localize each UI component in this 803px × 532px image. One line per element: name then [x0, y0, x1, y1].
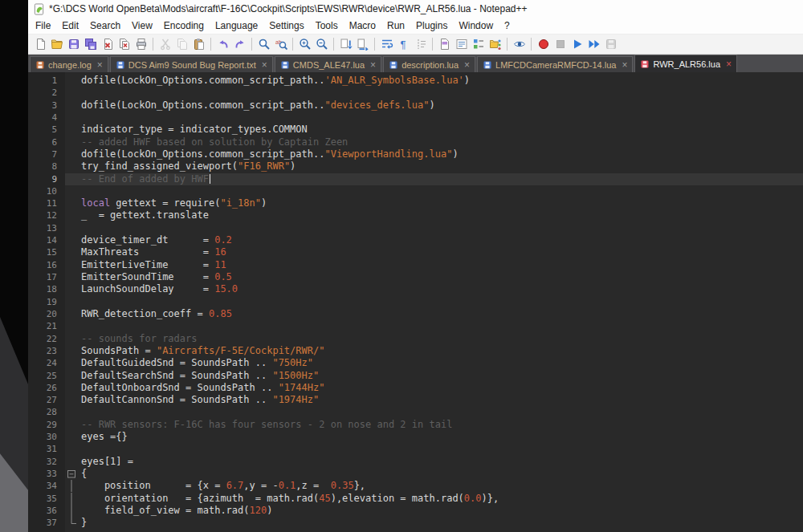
- menu-item-view[interactable]: View: [126, 18, 158, 33]
- doc-map-icon[interactable]: [437, 37, 452, 52]
- line-number[interactable]: 29: [28, 419, 65, 431]
- code-text[interactable]: local gettext = require("i_18n"): [78, 197, 803, 209]
- line-number[interactable]: 18: [28, 283, 65, 295]
- line-number[interactable]: 4: [28, 112, 65, 124]
- zoom-out-icon[interactable]: [314, 37, 329, 52]
- close-icon[interactable]: [100, 37, 115, 52]
- code-text[interactable]: dofile(LockOn_Options.common_script_path…: [78, 75, 803, 87]
- code-text[interactable]: position = {x = 6.7,y = -0.1,z = 0.35},: [78, 480, 803, 492]
- print-icon[interactable]: [133, 37, 149, 52]
- tab-dcs-aim9-sound-bug-report-txt[interactable]: DCS Aim9 Sound Bug Report.txt×: [110, 56, 273, 72]
- line-number[interactable]: 33: [28, 468, 65, 480]
- menu-item-edit[interactable]: Edit: [56, 18, 84, 33]
- line-number[interactable]: 11: [28, 197, 65, 209]
- title-bar[interactable]: *G:\DCS World OpenBeta\Mods\aircraft\F-1…: [28, 0, 803, 18]
- code-text[interactable]: orientation = {azimuth = math.rad(45),el…: [78, 493, 803, 505]
- play-macro-icon[interactable]: [569, 37, 585, 52]
- code-text[interactable]: EmitterLiveTime = 11: [78, 259, 803, 271]
- tab-lmfcdcamerarmfcd-14-lua[interactable]: LMFCDCameraRMFCD-14.lua×: [477, 56, 633, 72]
- line-number[interactable]: 8: [28, 160, 65, 173]
- code-text[interactable]: DefaultOnboardSnd = SoundsPath .. "1744H…: [78, 382, 803, 394]
- code-text[interactable]: dofile(LockOn_Options.common_script_path…: [78, 99, 803, 112]
- code-text[interactable]: {: [78, 468, 803, 480]
- line-number[interactable]: 21: [28, 320, 65, 332]
- code-text[interactable]: -- sounds for radars: [78, 333, 803, 345]
- code-text[interactable]: RWR_detection_coeff = 0.85: [78, 308, 803, 320]
- find-icon[interactable]: [256, 37, 271, 52]
- line-number[interactable]: 32: [28, 456, 65, 468]
- line-number[interactable]: 5: [28, 124, 65, 136]
- code-text[interactable]: indicator_type = indicator_types.COMMON: [78, 124, 803, 136]
- menu-item-tools[interactable]: Tools: [310, 18, 344, 33]
- code-text[interactable]: [78, 443, 803, 455]
- sync-scroll-h-icon[interactable]: [355, 37, 370, 52]
- code-text[interactable]: try_find_assigned_viewport("F16_RWR"): [78, 160, 803, 173]
- code-editor[interactable]: 1dofile(LockOn_Options.common_script_pat…: [28, 72, 803, 532]
- code-text[interactable]: EmitterSoundTime = 0.5: [78, 271, 803, 283]
- menu-item-file[interactable]: File: [30, 18, 56, 33]
- save-icon[interactable]: [66, 37, 81, 52]
- cut-icon[interactable]: [157, 37, 173, 52]
- line-number[interactable]: 2: [28, 87, 65, 99]
- line-number[interactable]: 12: [28, 209, 65, 221]
- menu-item-search[interactable]: Search: [84, 18, 126, 33]
- word-wrap-icon[interactable]: [379, 37, 394, 52]
- monitoring-icon[interactable]: [512, 37, 527, 52]
- code-text[interactable]: }: [78, 517, 803, 529]
- code-text[interactable]: [78, 87, 803, 99]
- line-number[interactable]: 23: [28, 345, 65, 357]
- menu-item-run[interactable]: Run: [381, 18, 410, 33]
- close-all-icon[interactable]: [116, 37, 132, 52]
- zoom-in-icon[interactable]: [297, 37, 312, 52]
- code-text[interactable]: [78, 296, 803, 308]
- new-file-icon[interactable]: [32, 37, 47, 52]
- paste-icon[interactable]: [191, 37, 206, 52]
- line-number[interactable]: 20: [28, 308, 65, 320]
- code-text[interactable]: MaxThreats = 16: [78, 246, 803, 258]
- code-text[interactable]: DefaultGuidedSnd = SoundsPath .. "750Hz": [78, 357, 803, 369]
- tab-description-lua[interactable]: description.lua×: [383, 56, 475, 72]
- code-text[interactable]: _ = gettext.translate: [78, 209, 803, 221]
- line-number[interactable]: 6: [28, 136, 65, 148]
- line-number[interactable]: 37: [28, 517, 65, 529]
- line-number[interactable]: 17: [28, 271, 65, 283]
- line-number[interactable]: 1: [28, 75, 65, 87]
- code-text[interactable]: [78, 320, 803, 332]
- code-text[interactable]: device_timer_dt = 0.2: [78, 234, 803, 246]
- record-macro-icon[interactable]: [536, 37, 551, 52]
- tab-close-icon[interactable]: ×: [726, 60, 732, 68]
- code-text[interactable]: [78, 406, 803, 418]
- line-number[interactable]: 30: [28, 431, 65, 443]
- tab-rwr-alr56-lua[interactable]: RWR_ALR56.lua×: [634, 55, 737, 72]
- menu-item-encoding[interactable]: Encoding: [158, 18, 210, 33]
- line-number[interactable]: 3: [28, 99, 65, 112]
- indent-guide-icon[interactable]: [413, 37, 428, 52]
- tab-close-icon[interactable]: ×: [622, 61, 627, 69]
- code-text[interactable]: eyes[1] =: [78, 456, 803, 468]
- open-folder-icon[interactable]: [49, 37, 64, 52]
- tab-close-icon[interactable]: ×: [370, 61, 376, 69]
- code-text[interactable]: eyes ={}: [78, 431, 803, 443]
- code-text[interactable]: -- added HWF based on solution by Captai…: [78, 136, 803, 148]
- menu-item-window[interactable]: Window: [453, 18, 499, 33]
- tab-close-icon[interactable]: ×: [262, 61, 267, 69]
- code-text[interactable]: DefaultSearchSnd = SoundsPath .. "1500Hz…: [78, 370, 803, 382]
- tab-close-icon[interactable]: ×: [464, 61, 470, 69]
- line-number[interactable]: 10: [28, 185, 65, 197]
- line-number[interactable]: 35: [28, 493, 65, 505]
- line-number[interactable]: 34: [28, 480, 65, 492]
- code-text[interactable]: [78, 112, 803, 124]
- code-text[interactable]: field_of_view = math.rad(120): [78, 505, 803, 517]
- code-text[interactable]: DefaultCannonSnd = SoundsPath .. "1974Hz…: [78, 394, 803, 406]
- function-list-icon[interactable]: [471, 37, 486, 52]
- line-number[interactable]: 16: [28, 259, 65, 271]
- menu-item-macro[interactable]: Macro: [344, 18, 381, 33]
- code-text[interactable]: dofile(LockOn_Options.common_script_path…: [78, 148, 803, 160]
- doc-list-icon[interactable]: [454, 37, 469, 52]
- line-number[interactable]: 28: [28, 406, 65, 418]
- code-text[interactable]: -- End of added by HWF: [78, 173, 803, 185]
- line-number[interactable]: 9: [28, 173, 65, 185]
- save-macro-icon[interactable]: [603, 37, 618, 52]
- line-number[interactable]: 13: [28, 222, 65, 234]
- redo-icon[interactable]: [232, 37, 247, 52]
